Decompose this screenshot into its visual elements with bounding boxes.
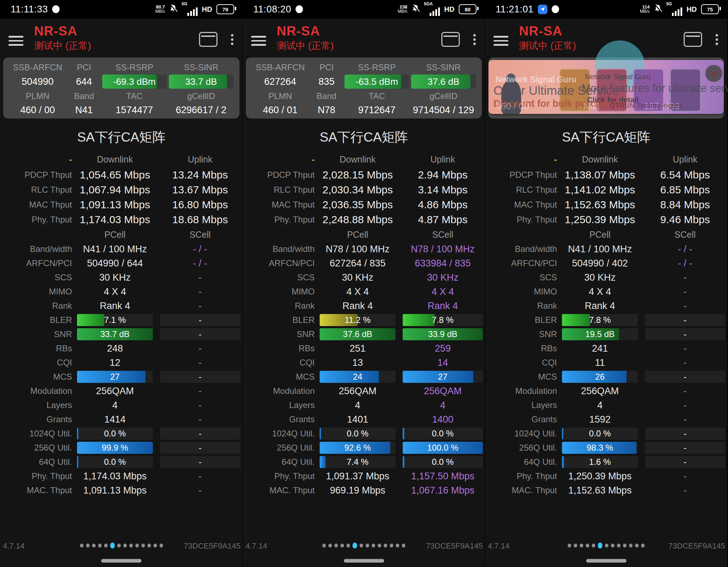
overflow-menu-icon[interactable] <box>473 32 476 47</box>
throughput-row: MAC Thput1,091.13 Mbps16.80 Mbps <box>0 197 243 212</box>
scell-cell: - <box>643 386 727 397</box>
row-label: 64Q Util. <box>0 457 72 467</box>
overflow-menu-icon[interactable] <box>716 32 718 47</box>
empty-dash: - <box>645 314 725 326</box>
meter-value: -63.5 dBm <box>344 75 409 89</box>
page-dot <box>322 544 326 547</box>
section-title: SA下行CA矩阵 <box>243 128 485 146</box>
hamburger-line <box>251 36 266 38</box>
uplink-header-cell: Uplink <box>158 154 242 165</box>
speed-unit: MB/s <box>155 9 165 14</box>
app-version: 4.7.14 <box>488 541 509 551</box>
pcell-bar: 7.4 % <box>320 456 396 468</box>
overflow-menu-icon[interactable] <box>231 32 233 47</box>
row-label: RBs <box>0 343 72 353</box>
scell-cell: - / - <box>158 258 242 269</box>
bell-muted-icon <box>412 4 420 15</box>
row-label: Band/width <box>485 244 557 254</box>
dash-value: - <box>684 357 687 368</box>
scell-cell: - <box>643 428 727 440</box>
row-label: CQI <box>243 358 315 368</box>
uplink-cell: 18.68 Mbps <box>158 214 242 226</box>
page-dot <box>586 544 589 547</box>
gcellid-value: 9714504 / 129 <box>410 105 477 116</box>
cell-header-row: PCellSCell <box>485 227 727 242</box>
cell-label: SS-RSRP <box>101 62 168 72</box>
hamburger-line <box>493 44 508 46</box>
attribute-row: SCS30 KHz30 KHz <box>243 270 485 285</box>
status-bar: 11:08:20238MB/s5GAHD80 <box>243 0 485 18</box>
pcell-header-cell: PCell <box>318 230 398 240</box>
meter-value: -69.3 dBm <box>102 75 167 89</box>
row-label: 1024Q Util. <box>0 429 72 439</box>
kebab-dot <box>473 43 476 45</box>
page-dot <box>335 544 338 547</box>
home-indicator[interactable] <box>101 559 142 563</box>
pcell-cell: N41 / 100 MHz <box>75 244 155 255</box>
page-dot <box>135 544 139 547</box>
home-indicator[interactable] <box>344 559 384 563</box>
pcell-cell: 1592 <box>560 414 640 425</box>
page-dot <box>147 544 151 547</box>
network-type-label: 5G <box>182 1 187 6</box>
app-version: 4.7.14 <box>3 541 24 551</box>
card-view-icon[interactable] <box>441 32 460 47</box>
pcell-cell: 0.0 % <box>560 428 640 440</box>
attr-value: 4 X 4 <box>431 286 454 297</box>
signal-bar <box>187 13 189 16</box>
header-dash-cell: - <box>0 154 72 165</box>
meter-value: 37.6 dB <box>411 75 476 89</box>
page-dot <box>104 544 107 547</box>
ad-banner[interactable]: Network Signal GuruNetwork Signal GuruMo… <box>489 60 724 114</box>
appbar-icons <box>199 32 233 47</box>
hamburger-line <box>251 40 266 42</box>
menu-hamburger-button[interactable] <box>493 33 508 48</box>
attribute-row: MCS27- <box>0 370 243 384</box>
attribute-row: ARFCN/PCI627264 / 835633984 / 835 <box>243 256 485 270</box>
row-label: 256Q Util. <box>243 443 315 453</box>
card-view-icon[interactable] <box>684 32 702 47</box>
ad-close-button[interactable]: ✕ <box>705 65 722 82</box>
scell-cell: - <box>158 286 242 297</box>
home-indicator[interactable] <box>586 559 627 563</box>
page-dot <box>366 544 369 547</box>
page-dot <box>617 544 621 547</box>
tac-value: 1574477 <box>101 105 168 116</box>
scell-cell: 30 KHz <box>401 272 485 283</box>
pcell-cell: 1,152.63 Mbps <box>560 485 640 496</box>
title-block: NR-SA测试中 (正常) <box>34 24 91 52</box>
dash-value: - <box>199 301 202 311</box>
page-dot <box>390 544 393 547</box>
kebab-dot <box>231 34 233 37</box>
pcell-header-cell: PCell <box>560 230 640 240</box>
pcell-cell: 26 <box>560 371 640 383</box>
uplink-value: 16.80 Mbps <box>172 199 228 210</box>
row-label: Phy. Thput <box>485 471 557 481</box>
attr-value: 14 <box>437 357 448 368</box>
cell-label: Band <box>310 91 344 101</box>
bar-value: 99.9 % <box>77 442 153 454</box>
scell-empty-bar: - <box>645 371 725 383</box>
attr-value: Rank 4 <box>342 301 373 311</box>
card-view-icon[interactable] <box>199 32 217 47</box>
app-title: NR-SA <box>519 24 576 38</box>
row-label: Modulation <box>0 386 72 396</box>
pcell-cell: 1.6 % <box>560 456 640 468</box>
row-label: Rank <box>485 301 557 311</box>
bar-value: 7.4 % <box>320 456 396 468</box>
attribute-row: 64Q Util.7.4 %0.0 % <box>243 455 485 469</box>
attribute-row: Modulation256QAM- <box>0 384 243 398</box>
bar-value: 92.6 % <box>320 442 396 454</box>
pcell-cell: 33.7 dB <box>75 328 155 340</box>
cell-label: PLMN <box>8 91 67 101</box>
downlink-header-cell: Downlink <box>318 154 398 165</box>
attr-value: 4 <box>597 400 602 411</box>
menu-hamburger-button[interactable] <box>9 33 23 48</box>
scell-cell: 633984 / 835 <box>401 258 485 269</box>
menu-hamburger-button[interactable] <box>251 33 266 48</box>
bar-value: 7.1 % <box>77 314 153 326</box>
app-subtitle: 测试中 (正常) <box>277 39 333 52</box>
uplink-cell: 6.85 Mbps <box>643 184 727 196</box>
pcell-cell: 37.6 dB <box>318 328 398 340</box>
page-footer: 4.7.1473DCE5F9A145 <box>485 540 727 551</box>
